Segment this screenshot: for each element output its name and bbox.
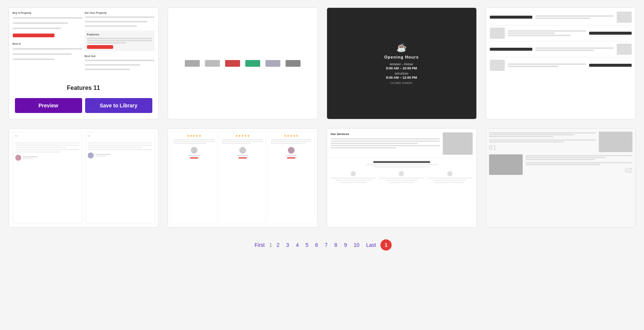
logo-placeholder [225,60,240,67]
card-actions-features11: Preview Save to Library [9,94,158,119]
pagination-10[interactable]: 10 [351,241,362,249]
card-title-testimonials15: Testimonials 15 [168,227,317,227]
pagination-7[interactable]: 7 [323,241,330,249]
pagination-last[interactable]: Last [364,241,378,249]
card-thumbnail-features11: Buy A Property Rent It Set Your Property… [9,8,158,79]
logo-placeholder [286,60,301,67]
card-servicespage05: Our Services [327,128,477,227]
card-grid: Buy A Property Rent It Set Your Property… [9,7,636,227]
pagination-8[interactable]: 8 [332,241,340,249]
logo-placeholder [245,60,260,67]
pagination-4[interactable]: 4 [293,241,301,249]
card-title-servicespage05: Services Page 05 [327,227,476,227]
card-thumbnail-servicespage05: Our Services [327,129,476,227]
pagination-2[interactable]: 2 [274,241,282,249]
card-title-features11: Features 11 [9,79,158,94]
card-thumbnail-testimonials19: " " [9,129,158,227]
card-thumbnail-clientlogo02 [168,8,317,119]
card-title-testimonials19: Testimonials 19 [9,227,158,227]
save-button-features11[interactable]: Save to Library [85,98,152,113]
coffee-icon: ☕ [396,43,407,53]
card-title-clientlogo02: Client Logo 02 [168,119,317,119]
bh-title: Opening Hours [384,55,419,59]
card-businesshours08: ☕ Opening Hours MONDAY – FRIDAY 8:00 AM … [327,7,477,119]
logo-placeholder [205,60,220,67]
card-testimonials19: " " [9,128,159,227]
pagination-3[interactable]: 3 [284,241,292,249]
card-thumbnail-timeline04 [486,8,635,119]
card-title-businesshours08: Business Hours 08 [327,119,476,119]
logo-placeholder [185,60,200,67]
card-services23: 01 02 Services 23 Preview Save to Librar… [486,128,636,227]
pagination-9[interactable]: 9 [342,241,349,249]
card-timeline04: Timeline 04 Preview Save to Library [486,7,636,119]
card-thumbnail-services23: 01 02 [486,129,635,227]
pagination-current: 1 [380,239,392,251]
preview-button-features11[interactable]: Preview [15,98,82,113]
card-thumbnail-testimonials15: ★★★★★ ★★★★★ ★★★★★ [168,129,317,227]
pagination: First 1 2 3 4 5 6 7 8 9 10 Last 1 [7,239,637,258]
pagination-5[interactable]: 5 [303,241,311,249]
card-title-timeline04: Timeline 04 [486,119,635,119]
card-thumbnail-businesshours08: ☕ Opening Hours MONDAY – FRIDAY 8:00 AM … [327,8,476,119]
card-clientlogo02: Client Logo 02 Preview Save to Library [168,7,318,119]
pagination-first[interactable]: First [252,241,267,249]
pagination-6[interactable]: 6 [313,241,320,249]
card-title-services23: Services 23 [486,227,635,227]
card-features11: Buy A Property Rent It Set Your Property… [9,7,159,119]
logo-placeholder [265,60,280,67]
card-testimonials15: ★★★★★ ★★★★★ ★★★★★ [168,128,318,227]
